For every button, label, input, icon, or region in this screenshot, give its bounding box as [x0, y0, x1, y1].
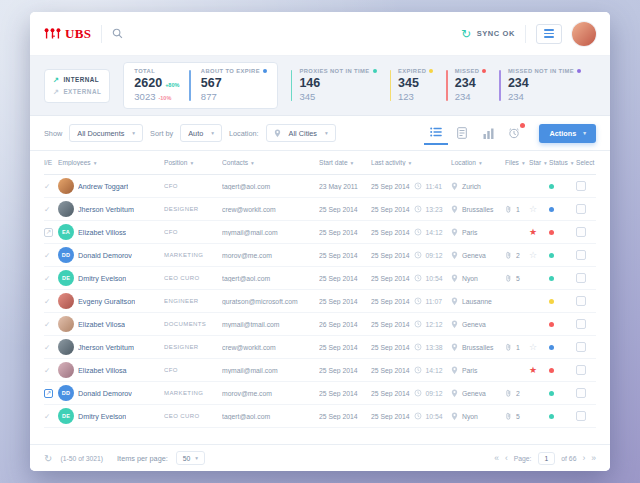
external-link-icon[interactable]: ↗: [44, 389, 53, 398]
last-activity: 25 Sep 201414:12: [371, 366, 451, 374]
row-checkbox[interactable]: [576, 296, 586, 306]
star-icon-filled[interactable]: ★: [529, 228, 537, 237]
employee-name-link[interactable]: Jherson Verbitum: [78, 343, 134, 352]
column-header-position[interactable]: Position▾: [164, 159, 222, 166]
external-toggle[interactable]: ↗ EXTERNAL: [53, 88, 101, 96]
search-input[interactable]: [129, 29, 451, 39]
table-row[interactable]: ✓Elizabet VilosaDOCUMENTSmymail@tmail.co…: [44, 313, 596, 336]
documents-filter-dropdown[interactable]: All Documents ▾: [69, 124, 143, 142]
table-row[interactable]: ✓Jherson VerbitumDESIGNERcrew@workit.com…: [44, 198, 596, 221]
employee-name-link[interactable]: Jherson Verbitum: [78, 205, 134, 214]
column-header-status[interactable]: Status▾: [549, 159, 576, 166]
clock-icon: [414, 412, 422, 420]
employee-name-link[interactable]: Dmitry Evelson: [78, 412, 126, 421]
last-page-button[interactable]: »: [591, 454, 596, 463]
star-icon-outline[interactable]: ☆: [529, 343, 537, 352]
files-cell[interactable]: 2: [505, 251, 529, 260]
star-icon-outline[interactable]: ☆: [529, 251, 537, 260]
row-checkbox[interactable]: [576, 273, 586, 283]
chart-view-button[interactable]: [476, 121, 500, 145]
column-header-select[interactable]: Select▾: [576, 159, 596, 166]
location-label: Location:: [229, 129, 259, 138]
column-header-location[interactable]: Location▾: [451, 159, 505, 166]
table-row[interactable]: ✓DEDmitry EvelsonCEO CUROtagert@aol.com2…: [44, 267, 596, 290]
column-header-star[interactable]: Star▾: [529, 159, 549, 166]
row-checkbox[interactable]: [576, 388, 586, 398]
report-view-button[interactable]: [450, 121, 474, 145]
first-page-button[interactable]: «: [494, 454, 499, 463]
star-toggle[interactable]: ☆: [529, 343, 549, 352]
table-row[interactable]: ✓Jherson VerbitumDESIGNERcrew@workit.com…: [44, 336, 596, 359]
list-menu-button[interactable]: [536, 24, 562, 44]
ubs-logo[interactable]: UBS: [44, 26, 91, 42]
sort-dropdown[interactable]: Auto ▾: [180, 124, 222, 142]
actions-label: Actions: [549, 129, 576, 138]
star-toggle[interactable]: ★: [529, 366, 549, 375]
table-row[interactable]: ↗EAElizabet VillossCFOmymail@mail.com25 …: [44, 221, 596, 244]
per-page-dropdown[interactable]: 50 ▾: [176, 451, 205, 465]
external-link-icon[interactable]: ↗: [44, 228, 53, 237]
table-row[interactable]: ↗DDDonald DemorovMARKETINGmorov@me.com25…: [44, 382, 596, 405]
files-cell[interactable]: 5: [505, 274, 529, 283]
employee-name-link[interactable]: Donald Demorov: [78, 251, 132, 260]
star-icon-filled[interactable]: ★: [529, 366, 537, 375]
search-icon[interactable]: [112, 28, 123, 39]
table-row[interactable]: ✓Elizabet VillosaCFOmymail@mail.com25 Se…: [44, 359, 596, 382]
row-checkbox[interactable]: [576, 250, 586, 260]
stat-value-secondary: 123: [398, 91, 433, 103]
list-view-icon: [430, 127, 442, 137]
actions-button[interactable]: Actions ▾: [539, 124, 596, 143]
sync-status[interactable]: ↻ SYNC OK: [461, 28, 515, 40]
sort-caret-icon: ▾: [571, 160, 574, 166]
employee-name-link[interactable]: Elizabet Villoss: [78, 228, 126, 237]
location-dropdown[interactable]: All Cities ▾: [266, 124, 336, 142]
menu-lines-icon: [544, 29, 554, 31]
row-checkbox[interactable]: [576, 204, 586, 214]
column-header-contacts[interactable]: Contacts▾: [222, 159, 319, 166]
table-row[interactable]: ✓Andrew ToggartCFOtagert@aol.com23 May 2…: [44, 175, 596, 198]
check-icon: ✓: [44, 182, 50, 191]
column-header-i-e[interactable]: I/E: [44, 159, 58, 166]
employee-name-link[interactable]: Evgeny Guraltson: [78, 297, 135, 306]
internal-toggle[interactable]: ↗ INTERNAL: [53, 76, 101, 84]
column-header-last-activity[interactable]: Last activity▾: [371, 159, 451, 166]
position-label: CEO CURO: [164, 413, 222, 419]
star-toggle[interactable]: ☆: [529, 251, 549, 260]
files-cell[interactable]: 1: [505, 343, 529, 352]
employee-name-link[interactable]: Elizabet Vilosa: [78, 320, 125, 329]
row-checkbox[interactable]: [576, 411, 586, 421]
table-row[interactable]: ✓DEDmitry EvelsonCEO CUROtagert@aol.com2…: [44, 405, 596, 428]
row-checkbox[interactable]: [576, 365, 586, 375]
clock-icon: [414, 205, 422, 213]
page-number-input[interactable]: 1: [538, 452, 556, 465]
employee-name-link[interactable]: Dmitry Evelson: [78, 274, 126, 283]
list-view-button[interactable]: [424, 121, 448, 145]
star-icon-outline[interactable]: ☆: [529, 205, 537, 214]
files-cell[interactable]: 5: [505, 412, 529, 421]
employee-name-link[interactable]: Andrew Toggart: [78, 182, 128, 191]
row-checkbox[interactable]: [576, 319, 586, 329]
prev-page-button[interactable]: ‹: [505, 454, 508, 463]
files-cell[interactable]: 2: [505, 389, 529, 398]
chevron-down-icon: ▾: [325, 130, 328, 136]
column-header-start-date[interactable]: Start date▾: [319, 159, 371, 166]
row-checkbox[interactable]: [576, 181, 586, 191]
files-cell[interactable]: 1: [505, 205, 529, 214]
next-page-button[interactable]: ›: [582, 454, 585, 463]
user-avatar[interactable]: [572, 22, 596, 46]
employee-name-link[interactable]: Donald Demorov: [78, 389, 132, 398]
table-row[interactable]: ✓DDDonald DemorovMARKETINGmorov@me.com25…: [44, 244, 596, 267]
refresh-icon[interactable]: ↻: [44, 453, 52, 464]
column-header-files[interactable]: Files▾: [505, 159, 529, 166]
check-icon: ✓: [44, 320, 50, 329]
start-date: 25 Sep 2014: [319, 252, 371, 259]
column-header-employees[interactable]: Employees▾: [58, 159, 164, 166]
alarm-view-button[interactable]: [502, 121, 526, 145]
row-checkbox[interactable]: [576, 342, 586, 352]
row-checkbox[interactable]: [576, 227, 586, 237]
star-toggle[interactable]: ★: [529, 228, 549, 237]
employee-name-link[interactable]: Elizabet Villosa: [78, 366, 127, 375]
start-date: 25 Sep 2014: [319, 298, 371, 305]
table-row[interactable]: ✓Evgeny GuraltsonENGINEERguratson@micros…: [44, 290, 596, 313]
star-toggle[interactable]: ☆: [529, 205, 549, 214]
